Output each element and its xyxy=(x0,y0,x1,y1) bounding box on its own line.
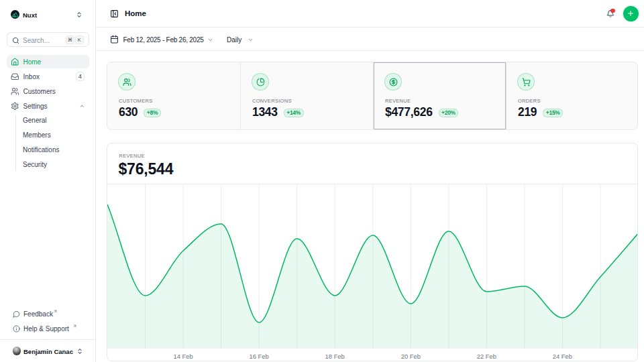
svg-text:24 Feb: 24 Feb xyxy=(553,353,572,360)
svg-text:14 Feb: 14 Feb xyxy=(174,353,193,360)
svg-text:20 Feb: 20 Feb xyxy=(401,353,421,360)
svg-text:18 Feb: 18 Feb xyxy=(325,353,345,360)
svg-text:16 Feb: 16 Feb xyxy=(250,353,269,360)
svg-text:22 Feb: 22 Feb xyxy=(477,353,496,360)
